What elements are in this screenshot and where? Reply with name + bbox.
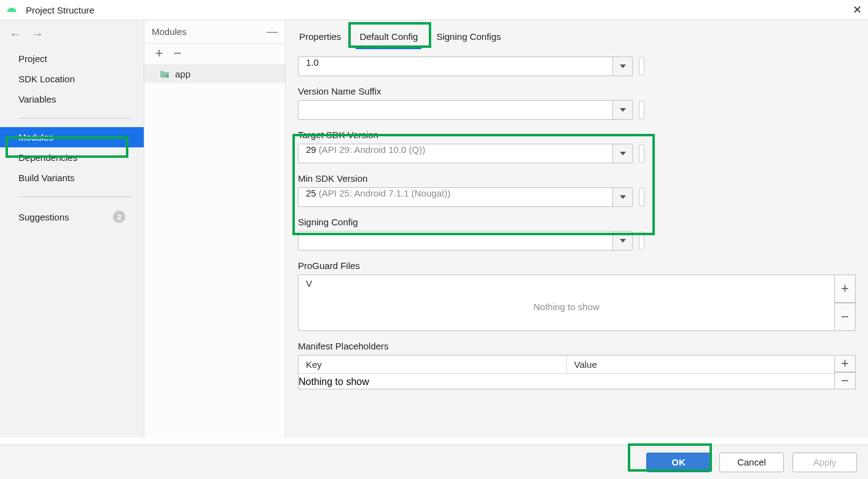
drag-handle[interactable] bbox=[639, 188, 644, 206]
back-icon[interactable]: ← bbox=[9, 28, 20, 39]
target-sdk-label: Target SDK Version bbox=[298, 130, 856, 140]
drag-handle[interactable] bbox=[639, 101, 644, 119]
sidebar-item-variables[interactable]: Variables bbox=[0, 89, 144, 109]
sidebar-item-modules[interactable]: Modules bbox=[0, 127, 144, 147]
signing-config-combo[interactable] bbox=[298, 231, 633, 251]
target-sdk-combo[interactable]: 29 (API 29: Android 10.0 (Q)) bbox=[298, 144, 633, 163]
cancel-button[interactable]: Cancel bbox=[719, 453, 784, 472]
sidebar-item-project[interactable]: Project bbox=[0, 49, 144, 69]
window-title: Project Structure bbox=[26, 5, 95, 15]
proguard-empty: Nothing to show bbox=[299, 292, 834, 316]
separator bbox=[18, 197, 131, 197]
ok-button[interactable]: OK bbox=[646, 453, 711, 472]
svg-point-0 bbox=[166, 74, 168, 77]
target-sdk-value: 29 bbox=[306, 144, 316, 155]
proguard-listbox[interactable]: V Nothing to show bbox=[298, 275, 835, 331]
chevron-down-icon[interactable] bbox=[612, 57, 632, 76]
drag-handle[interactable] bbox=[639, 232, 644, 250]
manifest-empty: Nothing to show bbox=[299, 374, 834, 387]
proguard-remove-button[interactable]: − bbox=[835, 303, 856, 331]
target-sdk-hint: (API 29: Android 10.0 (Q)) bbox=[319, 144, 425, 155]
remove-module-button[interactable]: − bbox=[172, 49, 183, 60]
min-sdk-hint: (API 25: Android 7.1.1 (Nougat)) bbox=[319, 188, 450, 198]
collapse-icon[interactable]: — bbox=[267, 25, 278, 38]
close-icon[interactable]: ✕ bbox=[853, 3, 862, 17]
signing-config-value[interactable] bbox=[299, 232, 612, 250]
sidebar: ← → Project SDK Location Variables Modul… bbox=[0, 20, 144, 438]
module-item-app[interactable]: app bbox=[144, 65, 285, 83]
sidebar-item-dependencies[interactable]: Dependencies bbox=[0, 147, 144, 168]
manifest-remove-button[interactable]: − bbox=[835, 372, 856, 389]
chevron-down-icon[interactable] bbox=[612, 188, 632, 206]
version-value[interactable]: 1.0 bbox=[299, 57, 612, 76]
min-sdk-combo[interactable]: 25 (API 25: Android 7.1.1 (Nougat)) bbox=[298, 187, 633, 207]
forward-icon[interactable]: → bbox=[31, 28, 42, 39]
module-label: app bbox=[175, 69, 190, 79]
android-icon bbox=[6, 4, 17, 15]
manifest-key-header: Key bbox=[299, 356, 567, 373]
content-panel: Properties Default Config Signing Config… bbox=[286, 20, 868, 438]
proguard-label: ProGuard Files bbox=[298, 260, 856, 271]
version-name-suffix-label: Version Name Suffix bbox=[298, 86, 856, 96]
manifest-listbox[interactable]: Key Value Nothing to show bbox=[298, 355, 835, 389]
modules-header: Modules bbox=[152, 26, 187, 37]
manifest-add-button[interactable]: + bbox=[835, 355, 856, 372]
sidebar-item-suggestions[interactable]: Suggestions 2 bbox=[0, 206, 144, 228]
chevron-down-icon[interactable] bbox=[612, 232, 632, 250]
button-bar: OK Cancel Apply bbox=[0, 445, 868, 479]
drag-handle[interactable] bbox=[639, 57, 644, 76]
sidebar-item-sdk-location[interactable]: SDK Location bbox=[0, 69, 144, 89]
modules-panel: Modules — + − app bbox=[144, 20, 286, 438]
signing-config-label: Signing Config bbox=[298, 217, 856, 227]
manifest-label: Manifest Placeholders bbox=[298, 341, 856, 351]
min-sdk-value: 25 bbox=[306, 188, 316, 198]
tab-signing-configs[interactable]: Signing Configs bbox=[432, 26, 504, 49]
drag-handle[interactable] bbox=[639, 144, 644, 163]
separator bbox=[18, 118, 131, 119]
chevron-down-icon[interactable] bbox=[612, 144, 632, 163]
tab-default-config[interactable]: Default Config bbox=[356, 26, 421, 49]
tab-properties[interactable]: Properties bbox=[295, 26, 345, 49]
version-name-suffix-combo[interactable] bbox=[298, 100, 633, 120]
min-sdk-label: Min SDK Version bbox=[298, 173, 856, 184]
folder-icon bbox=[159, 70, 170, 79]
proguard-head: V bbox=[299, 275, 834, 292]
apply-button[interactable]: Apply bbox=[792, 453, 857, 472]
manifest-value-header: Value bbox=[567, 356, 835, 373]
titlebar: Project Structure ✕ bbox=[0, 0, 868, 20]
chevron-down-icon[interactable] bbox=[612, 101, 632, 119]
sidebar-item-build-variants[interactable]: Build Variants bbox=[0, 168, 144, 188]
add-module-button[interactable]: + bbox=[154, 49, 165, 60]
suggestions-badge: 2 bbox=[113, 211, 125, 223]
version-name-suffix-value[interactable] bbox=[299, 101, 612, 119]
version-combo[interactable]: 1.0 bbox=[298, 56, 633, 76]
tabs: Properties Default Config Signing Config… bbox=[286, 20, 868, 49]
proguard-add-button[interactable]: + bbox=[835, 275, 856, 303]
